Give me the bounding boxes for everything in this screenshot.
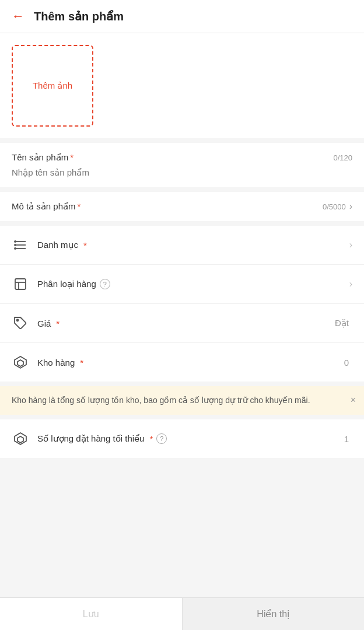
min-order-icon [12, 430, 29, 447]
inventory-info-text: Kho hàng là tổng số lượng tồn kho, bao g… [12, 396, 310, 405]
bottom-bar: Lưu Hiển thị [0, 597, 364, 630]
category-icon [12, 236, 29, 254]
classification-info-icon[interactable]: ? [100, 279, 110, 289]
save-button[interactable]: Lưu [0, 598, 183, 630]
svg-point-5 [15, 248, 16, 249]
inventory-item[interactable]: Kho hàng * 0 [0, 343, 364, 382]
info-box-close-button[interactable]: × [351, 393, 356, 407]
menu-list: Danh mục * › Phân loại hàng ? › Giá * [0, 226, 364, 382]
svg-marker-13 [18, 436, 23, 443]
image-section: Thêm ảnh [0, 33, 364, 138]
inventory-icon [12, 354, 29, 371]
description-count: 0/5000 [323, 202, 346, 211]
min-order-info-icon[interactable]: ? [156, 433, 167, 444]
price-item[interactable]: Giá * Đặt [0, 304, 364, 343]
svg-point-4 [15, 244, 16, 246]
category-label: Danh mục * [37, 240, 349, 250]
page-title: Thêm sản phẩm [34, 9, 124, 23]
min-order-label: Số lượng đặt hàng tối thiểu * ? [37, 433, 344, 444]
classification-chevron-icon: › [349, 279, 352, 289]
price-value: Đặt [335, 318, 349, 328]
inventory-label: Kho hàng * [37, 358, 344, 368]
classification-icon [12, 275, 29, 293]
price-icon [12, 314, 29, 332]
display-button[interactable]: Hiển thị [183, 598, 365, 630]
header: ← Thêm sản phẩm [0, 0, 364, 33]
description-left: Mô tả sản phẩm* [12, 201, 80, 212]
description-right: 0/5000 › [323, 201, 352, 212]
min-order-value: 1 [344, 434, 349, 444]
min-order-item[interactable]: Số lượng đặt hàng tối thiểu * ? 1 [0, 419, 364, 458]
add-image-label: Thêm ảnh [33, 80, 72, 91]
svg-point-9 [17, 320, 19, 321]
svg-point-3 [15, 241, 16, 242]
product-name-label: Tên sản phẩm* [12, 152, 74, 163]
add-image-button[interactable]: Thêm ảnh [12, 45, 93, 127]
description-chevron-icon: › [349, 201, 352, 212]
desc-required-star: * [78, 201, 81, 211]
category-chevron-icon: › [349, 240, 352, 250]
category-item[interactable]: Danh mục * › [0, 226, 364, 265]
product-name-header: Tên sản phẩm* 0/120 [12, 152, 352, 163]
inventory-info-box: Kho hàng là tổng số lượng tồn kho, bao g… [0, 386, 364, 415]
product-name-count: 0/120 [333, 153, 352, 162]
back-button[interactable]: ← [12, 10, 24, 23]
description-label: Mô tả sản phẩm* [12, 201, 80, 212]
required-star: * [70, 152, 74, 162]
svg-rect-6 [15, 279, 26, 289]
price-label: Giá * [37, 318, 335, 328]
svg-marker-11 [18, 360, 23, 366]
classification-label: Phân loại hàng ? [37, 279, 349, 289]
classification-item[interactable]: Phân loại hàng ? › [0, 265, 364, 304]
inventory-value: 0 [344, 358, 349, 368]
min-order-section: Số lượng đặt hàng tối thiểu * ? 1 [0, 419, 364, 458]
description-section[interactable]: Mô tả sản phẩm* 0/5000 › [0, 192, 364, 221]
product-name-input[interactable] [12, 167, 352, 177]
product-name-section: Tên sản phẩm* 0/120 [0, 143, 364, 187]
